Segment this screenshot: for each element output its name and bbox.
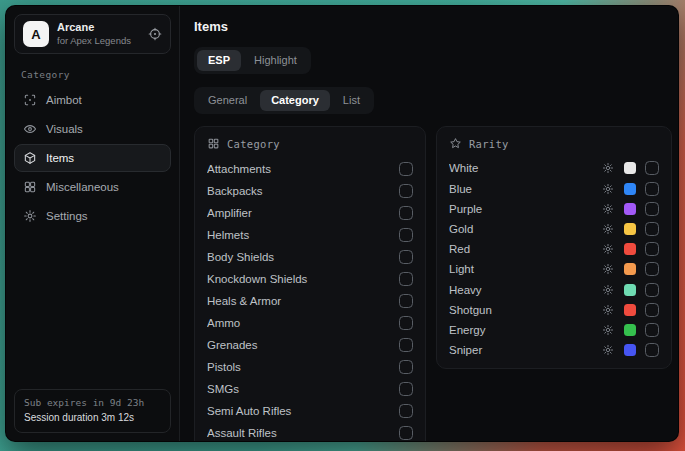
rarity-row-label: Light [449, 263, 602, 275]
category-row-helmets: Helmets [207, 224, 413, 246]
assault-rifles-checkbox[interactable] [399, 426, 413, 440]
category-row-label: Attachments [207, 163, 399, 175]
gold-checkbox[interactable] [645, 222, 659, 236]
backpacks-checkbox[interactable] [399, 184, 413, 198]
tab-category[interactable]: Category [260, 90, 330, 111]
blue-checkbox[interactable] [645, 182, 659, 196]
blue-color-swatch[interactable] [624, 183, 636, 195]
sidebar: A Arcane for Apex Legends Category Aimbo… [6, 6, 180, 441]
brand-logo: A [23, 21, 49, 47]
session-info-box: Sub expires in 9d 23h Session duration 3… [14, 389, 171, 433]
rarity-settings-gear-icon[interactable] [602, 243, 614, 255]
purple-checkbox[interactable] [645, 202, 659, 216]
star-icon [449, 137, 462, 150]
rarity-panel-title: Rarity [469, 138, 509, 150]
brand-subtitle: for Apex Legends [57, 35, 140, 47]
energy-checkbox[interactable] [645, 323, 659, 337]
rarity-settings-gear-icon[interactable] [602, 304, 614, 316]
rarity-settings-gear-icon[interactable] [602, 183, 614, 195]
rarity-settings-gear-icon[interactable] [602, 284, 614, 296]
sub-expires-text: Sub expires in 9d 23h [24, 396, 161, 410]
sidebar-item-label: Settings [46, 210, 88, 222]
rarity-row-blue: Blue [449, 179, 659, 199]
sidebar-item-label: Miscellaneous [46, 181, 119, 193]
category-row-knockdown-shields: Knockdown Shields [207, 268, 413, 290]
heavy-color-swatch[interactable] [624, 284, 636, 296]
category-row-label: Grenades [207, 339, 399, 351]
sidebar-item-settings[interactable]: Settings [14, 202, 171, 230]
rarity-row-heavy: Heavy [449, 280, 659, 300]
rarity-row-shotgun: Shotgun [449, 300, 659, 320]
body-shields-checkbox[interactable] [399, 250, 413, 264]
target-icon[interactable] [148, 27, 162, 41]
category-row-label: Semi Auto Rifles [207, 405, 399, 417]
shotgun-checkbox[interactable] [645, 303, 659, 317]
rarity-settings-gear-icon[interactable] [602, 324, 614, 336]
sidebar-item-visuals[interactable]: Visuals [14, 115, 171, 143]
category-row-heals-armor: Heals & Armor [207, 290, 413, 312]
sidebar-item-label: Aimbot [46, 94, 82, 106]
main-content: Items ESPHighlight GeneralCategoryList [180, 6, 679, 441]
rarity-settings-gear-icon[interactable] [602, 203, 614, 215]
sidebar-item-items[interactable]: Items [14, 144, 171, 172]
rarity-row-red: Red [449, 239, 659, 259]
gold-color-swatch[interactable] [624, 223, 636, 235]
rarity-settings-gear-icon[interactable] [602, 344, 614, 356]
red-color-swatch[interactable] [624, 243, 636, 255]
gear-icon [23, 209, 37, 223]
smgs-checkbox[interactable] [399, 382, 413, 396]
white-color-swatch[interactable] [624, 162, 636, 174]
rarity-row-purple: Purple [449, 199, 659, 219]
red-checkbox[interactable] [645, 242, 659, 256]
rarity-settings-gear-icon[interactable] [602, 223, 614, 235]
category-panel-header: Category [207, 137, 413, 150]
category-row-semi-auto-rifles: Semi Auto Rifles [207, 400, 413, 422]
category-row-label: Assault Rifles [207, 427, 399, 439]
purple-color-swatch[interactable] [624, 203, 636, 215]
category-panel: Category AttachmentsBackpacksAmplifierHe… [194, 126, 426, 442]
rarity-list: WhiteBluePurpleGoldRedLightHeavyShotgunE… [449, 158, 659, 360]
rarity-row-label: Heavy [449, 284, 602, 296]
rarity-row-label: Purple [449, 203, 602, 215]
light-checkbox[interactable] [645, 262, 659, 276]
amplifier-checkbox[interactable] [399, 206, 413, 220]
heals-armor-checkbox[interactable] [399, 294, 413, 308]
grenades-checkbox[interactable] [399, 338, 413, 352]
light-color-swatch[interactable] [624, 263, 636, 275]
category-row-label: Pistols [207, 361, 399, 373]
shotgun-color-swatch[interactable] [624, 304, 636, 316]
sniper-color-swatch[interactable] [624, 344, 636, 356]
category-row-smgs: SMGs [207, 378, 413, 400]
ammo-checkbox[interactable] [399, 316, 413, 330]
game-backdrop: A Arcane for Apex Legends Category Aimbo… [0, 0, 685, 451]
attachments-checkbox[interactable] [399, 162, 413, 176]
tab-esp[interactable]: ESP [197, 50, 241, 71]
sidebar-item-aimbot[interactable]: Aimbot [14, 86, 171, 114]
helmets-checkbox[interactable] [399, 228, 413, 242]
rarity-row-label: Sniper [449, 344, 602, 356]
category-row-label: SMGs [207, 383, 399, 395]
category-row-label: Heals & Armor [207, 295, 399, 307]
layout-grid-icon [23, 180, 37, 194]
heavy-checkbox[interactable] [645, 283, 659, 297]
tab-general[interactable]: General [197, 90, 258, 111]
pistols-checkbox[interactable] [399, 360, 413, 374]
rarity-settings-gear-icon[interactable] [602, 162, 614, 174]
page-title: Items [194, 19, 672, 34]
sidebar-nav: AimbotVisualsItemsMiscellaneousSettings [14, 86, 171, 230]
rarity-panel-header: Rarity [449, 137, 659, 150]
rarity-settings-gear-icon[interactable] [602, 263, 614, 275]
tab-list[interactable]: List [332, 90, 371, 111]
category-row-label: Amplifier [207, 207, 399, 219]
sniper-checkbox[interactable] [645, 343, 659, 357]
view-tabs: GeneralCategoryList [194, 87, 374, 114]
tab-highlight[interactable]: Highlight [243, 50, 308, 71]
sidebar-item-miscellaneous[interactable]: Miscellaneous [14, 173, 171, 201]
energy-color-swatch[interactable] [624, 324, 636, 336]
rarity-row-energy: Energy [449, 320, 659, 340]
knockdown-shields-checkbox[interactable] [399, 272, 413, 286]
category-row-label: Backpacks [207, 185, 399, 197]
white-checkbox[interactable] [645, 161, 659, 175]
category-row-grenades: Grenades [207, 334, 413, 356]
semi-auto-rifles-checkbox[interactable] [399, 404, 413, 418]
